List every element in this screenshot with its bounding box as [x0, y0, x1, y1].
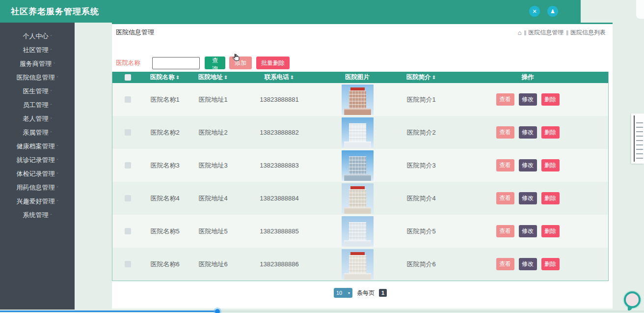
query-button[interactable]: 查询 [205, 57, 225, 69]
table-header-row: 医院名称⇕ 医院地址⇕ 联系电话⇕ 医院图片 医院简介⇕ 操作 [112, 72, 608, 83]
hospital-photo[interactable] [342, 183, 374, 214]
hospital-intro-cell: 医院简介6 [395, 260, 447, 269]
hospital-photo[interactable] [342, 117, 374, 148]
chevron-down-icon: ˇ [57, 144, 58, 149]
sort-icon[interactable]: ⇕ [224, 75, 228, 80]
column-label: 操作 [522, 73, 534, 82]
table-header-cell[interactable]: 医院简介⇕ [395, 73, 447, 82]
delete-button[interactable]: 删除 [541, 159, 560, 171]
delete-button[interactable]: 删除 [541, 93, 560, 106]
sidebar-item[interactable]: 医生管理ˇ [0, 85, 75, 98]
chat-bubble-icon[interactable] [624, 291, 641, 308]
breadcrumb: ⌂ || 医院信息管理 || 医院信息列表 [518, 28, 606, 37]
sidebar-item[interactable]: 服务商管理ˇ [0, 57, 75, 71]
hospital-intro-cell: 医院简介2 [395, 128, 447, 137]
sidebar-item[interactable]: 社区管理ˇ [0, 43, 75, 57]
hospital-intro-cell: 医院简介5 [395, 227, 447, 236]
chevron-down-icon: ˇ [51, 117, 52, 122]
sort-icon[interactable]: ⇕ [176, 75, 180, 80]
sidebar-item[interactable]: 就诊记录管理ˇ [0, 153, 75, 167]
row-checkbox[interactable] [125, 162, 131, 169]
delete-button[interactable]: 删除 [541, 192, 560, 204]
chevron-down-icon: ˇ [57, 199, 58, 204]
hospital-name-input[interactable] [152, 57, 200, 69]
row-checkbox[interactable] [125, 228, 131, 234]
view-button[interactable]: 查看 [496, 192, 514, 204]
fullscreen-icon[interactable]: ✕ [529, 6, 540, 17]
content-card: 医院信息管理 ⌂ || 医院信息管理 || 医院信息列表 医院名称 查询 添加 … [112, 23, 613, 309]
table-header-cell[interactable]: 联系电话⇕ [239, 73, 320, 82]
sidebar-item[interactable]: 兴趣爱好管理ˇ [0, 195, 75, 208]
column-label: 联系电话 [265, 73, 289, 82]
edit-button[interactable]: 修改 [519, 192, 537, 204]
building-base-graphic [344, 207, 371, 214]
table-header-cell[interactable]: 医院地址⇕ [187, 73, 239, 82]
batch-delete-button[interactable]: 批量删除 [256, 57, 290, 69]
edit-button[interactable]: 修改 [519, 258, 537, 270]
chevron-down-icon: ˇ [51, 213, 52, 218]
hospital-name-cell: 医院名称5 [143, 227, 187, 236]
sidebar-item[interactable]: 员工管理ˇ [0, 98, 75, 112]
sidebar-item[interactable]: 个人中心ˇ [0, 29, 75, 43]
page-size-select[interactable]: 10 ▾ [334, 288, 352, 298]
table-header-cell[interactable]: 操作 [447, 73, 608, 82]
building-sign-graphic [350, 252, 365, 255]
row-checkbox[interactable] [125, 129, 131, 136]
hospital-address-cell: 医院地址4 [187, 194, 239, 203]
view-button[interactable]: 查看 [496, 126, 514, 139]
sidebar-item[interactable]: 亲属管理ˇ [0, 126, 75, 140]
add-button[interactable]: 添加 [229, 57, 252, 69]
column-label: 医院名称 [150, 73, 175, 82]
hospital-photo[interactable] [342, 216, 374, 247]
row-checkbox[interactable] [125, 261, 131, 267]
home-icon[interactable]: ⌂ [518, 29, 522, 36]
hospital-photo[interactable] [342, 150, 374, 181]
chevron-down-icon: ˇ [51, 89, 52, 94]
delete-button[interactable]: 删除 [541, 126, 560, 139]
sidebar-item[interactable]: 健康档案管理ˇ [0, 140, 75, 153]
breadcrumb-item[interactable]: 医院信息列表 [570, 28, 606, 37]
row-checkbox[interactable] [125, 195, 131, 201]
user-icon[interactable]: ♟ [547, 6, 558, 17]
chevron-down-icon: ˇ [54, 62, 55, 67]
table-row: 医院名称5 医院地址5 13823888885 医院简介5 查看 修改 删除 [112, 215, 608, 248]
edit-button[interactable]: 修改 [519, 225, 537, 237]
table-row: 医院名称2 医院地址2 13823888882 医院简介2 查看 修改 删除 [112, 116, 608, 149]
sort-icon[interactable]: ⇕ [432, 75, 436, 80]
delete-button[interactable]: 删除 [541, 258, 560, 270]
row-checkbox[interactable] [125, 96, 131, 103]
page-number-button[interactable]: 1 [379, 289, 387, 297]
sidebar-item[interactable]: 用药信息管理ˇ [0, 181, 75, 195]
building-base-graphic [344, 174, 371, 181]
chevron-down-icon: ˇ [51, 131, 52, 136]
chevron-down-icon: ˇ [51, 48, 52, 53]
hospital-photo[interactable] [342, 85, 374, 115]
view-button[interactable]: 查看 [496, 93, 514, 106]
delete-button[interactable]: 删除 [541, 225, 560, 237]
view-button[interactable]: 查看 [496, 225, 514, 237]
video-progress-handle[interactable] [214, 308, 221, 313]
sort-icon[interactable]: ⇕ [290, 75, 294, 80]
select-all-checkbox[interactable] [125, 74, 131, 81]
sidebar-item[interactable]: 系统管理ˇ [0, 208, 75, 222]
hospital-photo[interactable] [342, 249, 374, 280]
sidebar-item[interactable]: 体检记录管理ˇ [0, 167, 75, 181]
sidebar-item[interactable]: 老人管理ˇ [0, 112, 75, 126]
view-button[interactable]: 查看 [496, 258, 514, 270]
sidebar-item[interactable]: 医院信息管理ˇ [0, 71, 75, 85]
panel-scrollbar[interactable] [634, 115, 635, 162]
edit-button[interactable]: 修改 [519, 159, 537, 171]
table-row: 医院名称1 医院地址1 13823888881 医院简介1 查看 修改 删除 [112, 83, 608, 116]
sidebar-item-label: 服务商管理 [20, 60, 52, 67]
table-header-cell[interactable]: 医院图片 [320, 73, 395, 82]
sidebar-item-label: 用药信息管理 [17, 184, 55, 191]
panel-text-lines [636, 122, 643, 161]
breadcrumb-separator: || [566, 29, 568, 35]
breadcrumb-item[interactable]: 医院信息管理 [528, 28, 564, 37]
sidebar-item-label: 亲属管理 [23, 129, 49, 136]
edit-button[interactable]: 修改 [519, 93, 537, 106]
edit-button[interactable]: 修改 [519, 126, 537, 139]
building-sign-graphic [350, 186, 365, 189]
view-button[interactable]: 查看 [496, 159, 514, 171]
table-header-cell[interactable]: 医院名称⇕ [143, 73, 187, 82]
